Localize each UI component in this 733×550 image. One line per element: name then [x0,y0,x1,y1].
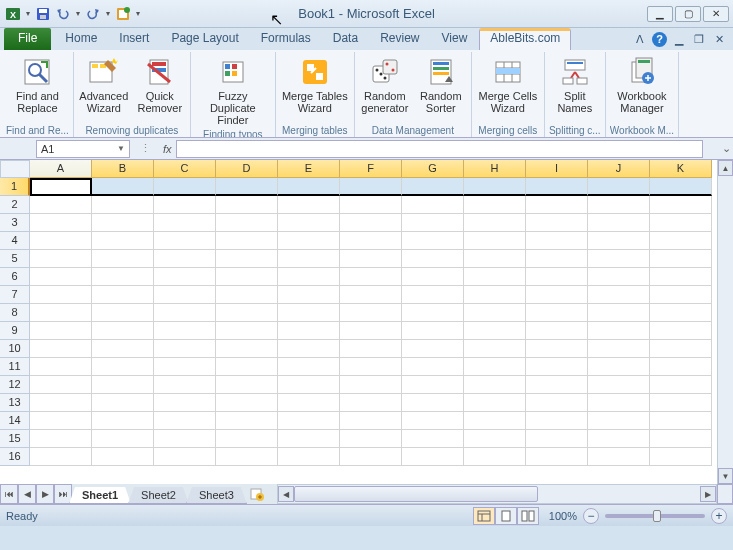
cell-E14[interactable] [278,412,340,430]
cell-D8[interactable] [216,304,278,322]
cell-C15[interactable] [154,430,216,448]
cell-B10[interactable] [92,340,154,358]
name-box-arrow[interactable]: ▼ [117,144,125,153]
cell-E10[interactable] [278,340,340,358]
save-icon[interactable] [34,5,52,23]
cell-B2[interactable] [92,196,154,214]
cell-D14[interactable] [216,412,278,430]
tab-review[interactable]: Review [370,28,429,50]
cell-J6[interactable] [588,268,650,286]
expand-formula-bar-icon[interactable]: ⌄ [719,142,733,155]
cell-F16[interactable] [340,448,402,466]
zoom-out-button[interactable]: − [583,508,599,524]
cell-K15[interactable] [650,430,712,448]
hscroll-thumb[interactable] [294,486,538,502]
cell-J5[interactable] [588,250,650,268]
name-box[interactable]: A1 ▼ [36,140,130,158]
cell-B3[interactable] [92,214,154,232]
ribbon-button-random[interactable]: Randomgenerator [359,54,411,116]
cell-D11[interactable] [216,358,278,376]
cell-E6[interactable] [278,268,340,286]
cell-C14[interactable] [154,412,216,430]
cell-H1[interactable] [464,178,526,196]
cell-D12[interactable] [216,376,278,394]
cell-D2[interactable] [216,196,278,214]
cell-K11[interactable] [650,358,712,376]
cell-K6[interactable] [650,268,712,286]
cell-F4[interactable] [340,232,402,250]
cell-B15[interactable] [92,430,154,448]
cell-H11[interactable] [464,358,526,376]
row-header-2[interactable]: 2 [0,196,30,214]
file-tab[interactable]: File [4,28,51,50]
row-header-12[interactable]: 12 [0,376,30,394]
page-break-view-button[interactable] [517,507,539,525]
fx-icon[interactable]: fx [159,143,176,155]
doc-close-icon[interactable]: ✕ [711,31,727,47]
cell-I9[interactable] [526,322,588,340]
cell-B4[interactable] [92,232,154,250]
page-layout-view-button[interactable] [495,507,517,525]
cell-J10[interactable] [588,340,650,358]
cell-H5[interactable] [464,250,526,268]
cell-E9[interactable] [278,322,340,340]
cell-B11[interactable] [92,358,154,376]
cell-B8[interactable] [92,304,154,322]
ribbon-button-mergetables[interactable]: Merge TablesWizard [280,54,350,116]
column-header-D[interactable]: D [216,160,278,178]
cell-K3[interactable] [650,214,712,232]
cell-C8[interactable] [154,304,216,322]
cell-C4[interactable] [154,232,216,250]
cell-J2[interactable] [588,196,650,214]
horizontal-scrollbar[interactable]: ◀ ▶ [277,484,717,504]
cell-C7[interactable] [154,286,216,304]
minimize-ribbon-icon[interactable]: ᐱ [632,31,648,47]
cell-G9[interactable] [402,322,464,340]
cell-E4[interactable] [278,232,340,250]
cell-G5[interactable] [402,250,464,268]
cell-H10[interactable] [464,340,526,358]
cell-F15[interactable] [340,430,402,448]
cell-G3[interactable] [402,214,464,232]
zoom-slider[interactable] [605,514,705,518]
cell-B16[interactable] [92,448,154,466]
cell-B13[interactable] [92,394,154,412]
undo-icon[interactable] [54,5,72,23]
cell-H6[interactable] [464,268,526,286]
cell-G1[interactable] [402,178,464,196]
vertical-scrollbar[interactable]: ▲ ▼ [717,160,733,484]
cell-C1[interactable] [154,178,216,196]
column-header-I[interactable]: I [526,160,588,178]
cell-J4[interactable] [588,232,650,250]
ribbon-button-workbook[interactable]: WorkbookManager [612,54,672,116]
row-header-3[interactable]: 3 [0,214,30,232]
cell-D5[interactable] [216,250,278,268]
cell-A2[interactable] [30,196,92,214]
cell-A10[interactable] [30,340,92,358]
maximize-button[interactable]: ▢ [675,6,701,22]
zoom-thumb[interactable] [653,510,661,522]
cell-K8[interactable] [650,304,712,322]
tab-view[interactable]: View [432,28,478,50]
tab-split-handle[interactable] [717,484,733,504]
row-header-10[interactable]: 10 [0,340,30,358]
cell-G16[interactable] [402,448,464,466]
row-header-5[interactable]: 5 [0,250,30,268]
cell-I2[interactable] [526,196,588,214]
scroll-up-button[interactable]: ▲ [718,160,733,176]
cell-F11[interactable] [340,358,402,376]
qat-customize-arrow[interactable]: ▾ [134,5,142,23]
cell-E5[interactable] [278,250,340,268]
cell-F7[interactable] [340,286,402,304]
row-header-1[interactable]: 1 [0,178,30,196]
cell-J16[interactable] [588,448,650,466]
doc-minimize-icon[interactable]: ▁ [671,31,687,47]
cell-E11[interactable] [278,358,340,376]
cell-I13[interactable] [526,394,588,412]
column-header-C[interactable]: C [154,160,216,178]
cell-G10[interactable] [402,340,464,358]
sheet-tab-sheet2[interactable]: Sheet2 [128,487,189,504]
cell-H4[interactable] [464,232,526,250]
tab-home[interactable]: Home [55,28,107,50]
cell-E15[interactable] [278,430,340,448]
